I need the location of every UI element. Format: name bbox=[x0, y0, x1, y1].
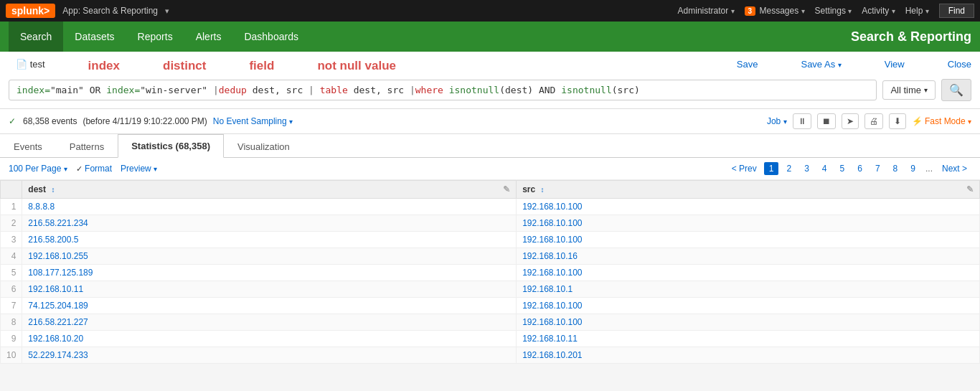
results-info-bar: ✓ 68,358 events (before 4/11/19 9:10:22.… bbox=[0, 109, 980, 134]
help-menu[interactable]: Help ▾ bbox=[905, 6, 929, 16]
doc-icon-label: 📄 test bbox=[16, 59, 45, 73]
row-number: 10 bbox=[1, 347, 22, 364]
row-number: 4 bbox=[1, 248, 22, 265]
stop-button[interactable]: ⏹ bbox=[817, 113, 836, 129]
search-annotation-row: 📄 test index distinct field not null val… bbox=[9, 59, 971, 79]
nav-reports[interactable]: Reports bbox=[126, 22, 184, 52]
page-9-button[interactable]: 9 bbox=[905, 162, 920, 175]
pause-button[interactable]: ⏸ bbox=[793, 113, 811, 129]
annotation-index: index bbox=[88, 59, 120, 73]
format-button[interactable]: ✓ Format bbox=[76, 164, 112, 174]
table-row: 6 192.168.10.11 192.168.10.1 bbox=[1, 281, 980, 298]
table-container: dest ↕ ✎ src ↕ ✎ 1 8.8.8.8 192.168.10.10… bbox=[0, 180, 980, 364]
fast-mode-menu[interactable]: ⚡ Fast Mode ▾ bbox=[912, 116, 971, 126]
src-cell[interactable]: 192.168.10.1 bbox=[517, 281, 980, 298]
app-dropdown-icon[interactable]: ▾ bbox=[165, 6, 169, 16]
search-submit-button[interactable]: 🔍 bbox=[941, 79, 971, 101]
table-row: 2 216.58.221.234 192.168.10.100 bbox=[1, 215, 980, 232]
nav-datasets[interactable]: Datasets bbox=[63, 22, 126, 52]
search-input-container[interactable]: index="main" OR index="win-server" |dedu… bbox=[9, 80, 877, 100]
close-button[interactable]: Close bbox=[948, 59, 971, 73]
settings-menu[interactable]: Settings ▾ bbox=[815, 6, 852, 16]
src-cell[interactable]: 192.168.10.201 bbox=[517, 347, 980, 364]
table-row: 4 192.168.10.255 192.168.10.16 bbox=[1, 248, 980, 265]
time-range-dropdown[interactable]: All time ▾ bbox=[882, 80, 936, 100]
check-icon: ✓ bbox=[9, 116, 16, 126]
src-cell[interactable]: 192.168.10.100 bbox=[517, 314, 980, 331]
dest-cell[interactable]: 216.58.221.234 bbox=[22, 215, 517, 232]
src-cell[interactable]: 192.168.10.11 bbox=[517, 331, 980, 347]
page-8-button[interactable]: 8 bbox=[888, 162, 903, 175]
page-6-button[interactable]: 6 bbox=[852, 162, 867, 175]
src-col-actions[interactable]: ✎ bbox=[966, 184, 974, 194]
splunk-logo: splunk> bbox=[6, 4, 55, 18]
row-number: 6 bbox=[1, 281, 22, 298]
dest-cell[interactable]: 216.58.200.5 bbox=[22, 232, 517, 248]
top-nav-left: splunk> App: Search & Reporting ▾ bbox=[6, 4, 169, 18]
nav-alerts[interactable]: Alerts bbox=[184, 22, 233, 52]
row-number: 9 bbox=[1, 331, 22, 347]
dest-cell[interactable]: 8.8.8.8 bbox=[22, 199, 517, 215]
no-event-sampling[interactable]: No Event Sampling ▾ bbox=[213, 116, 293, 126]
tab-visualization[interactable]: Visualization bbox=[224, 135, 303, 158]
src-cell[interactable]: 192.168.10.100 bbox=[517, 199, 980, 215]
table-row: 8 216.58.221.227 192.168.10.100 bbox=[1, 314, 980, 331]
activity-menu[interactable]: Activity ▾ bbox=[862, 6, 895, 16]
dest-col-actions[interactable]: ✎ bbox=[503, 184, 510, 194]
table-row: 3 216.58.200.5 192.168.10.100 bbox=[1, 232, 980, 248]
dest-cell[interactable]: 74.125.204.189 bbox=[22, 298, 517, 314]
dest-cell[interactable]: 216.58.221.227 bbox=[22, 314, 517, 331]
dest-cell[interactable]: 108.177.125.189 bbox=[22, 265, 517, 281]
download-button[interactable]: ⬇ bbox=[889, 113, 906, 129]
src-cell[interactable]: 192.168.10.100 bbox=[517, 265, 980, 281]
saveas-button[interactable]: Save As ▾ bbox=[801, 59, 841, 73]
page-4-button[interactable]: 4 bbox=[817, 162, 832, 175]
dest-cell[interactable]: 52.229.174.233 bbox=[22, 347, 517, 364]
print-button[interactable]: 🖨 bbox=[864, 113, 883, 129]
app-title: Search & Reporting bbox=[851, 29, 971, 44]
dest-cell[interactable]: 192.168.10.255 bbox=[22, 248, 517, 265]
tab-events[interactable]: Events bbox=[0, 135, 56, 158]
page-3-button[interactable]: 3 bbox=[799, 162, 814, 175]
dest-cell[interactable]: 192.168.10.20 bbox=[22, 331, 517, 347]
top-nav-bar: splunk> App: Search & Reporting ▾ Admini… bbox=[0, 0, 980, 22]
annotation-field: field bbox=[249, 59, 274, 73]
admin-menu[interactable]: Administrator ▾ bbox=[678, 6, 735, 16]
preview-button[interactable]: Preview ▾ bbox=[121, 164, 157, 174]
src-cell[interactable]: 192.168.10.100 bbox=[517, 232, 980, 248]
row-number: 7 bbox=[1, 298, 22, 314]
src-cell[interactable]: 192.168.10.100 bbox=[517, 215, 980, 232]
per-page-dropdown[interactable]: 100 Per Page ▾ bbox=[9, 164, 67, 174]
row-number: 1 bbox=[1, 199, 22, 215]
dest-cell[interactable]: 192.168.10.11 bbox=[22, 281, 517, 298]
table-row: 1 8.8.8.8 192.168.10.100 bbox=[1, 199, 980, 215]
search-bar-row: index="main" OR index="win-server" |dedu… bbox=[9, 79, 971, 101]
results-right: Job ▾ ⏸ ⏹ ➤ 🖨 ⬇ ⚡ Fast Mode ▾ bbox=[767, 113, 971, 129]
event-count: 68,358 events bbox=[23, 116, 77, 126]
find-button[interactable]: Find bbox=[939, 4, 974, 18]
next-page-button[interactable]: Next > bbox=[938, 162, 971, 175]
view-button[interactable]: View bbox=[885, 59, 905, 73]
messages-menu[interactable]: 3 Messages ▾ bbox=[745, 6, 805, 16]
nav-dashboards[interactable]: Dashboards bbox=[232, 22, 310, 52]
send-button[interactable]: ➤ bbox=[842, 113, 859, 129]
src-cell[interactable]: 192.168.10.100 bbox=[517, 298, 980, 314]
src-column-header: src ↕ ✎ bbox=[517, 181, 980, 199]
row-number: 2 bbox=[1, 215, 22, 232]
src-cell[interactable]: 192.168.10.16 bbox=[517, 248, 980, 265]
save-button[interactable]: Save bbox=[737, 59, 758, 73]
job-menu[interactable]: Job ▾ bbox=[767, 116, 787, 126]
event-timestamp: (before 4/11/19 9:10:22.000 PM) bbox=[83, 116, 207, 126]
row-number: 8 bbox=[1, 314, 22, 331]
page-7-button[interactable]: 7 bbox=[870, 162, 885, 175]
annotation-notnull: not null value bbox=[317, 59, 396, 73]
page-2-button[interactable]: 2 bbox=[781, 162, 796, 175]
row-number: 3 bbox=[1, 232, 22, 248]
nav-search[interactable]: Search bbox=[9, 22, 63, 52]
page-1-button[interactable]: 1 bbox=[764, 162, 779, 175]
prev-page-button[interactable]: < Prev bbox=[727, 162, 761, 175]
tab-patterns[interactable]: Patterns bbox=[56, 135, 118, 158]
tab-statistics[interactable]: Statistics (68,358) bbox=[118, 134, 224, 158]
page-5-button[interactable]: 5 bbox=[835, 162, 850, 175]
app-name-label: App: Search & Reporting bbox=[62, 6, 158, 16]
